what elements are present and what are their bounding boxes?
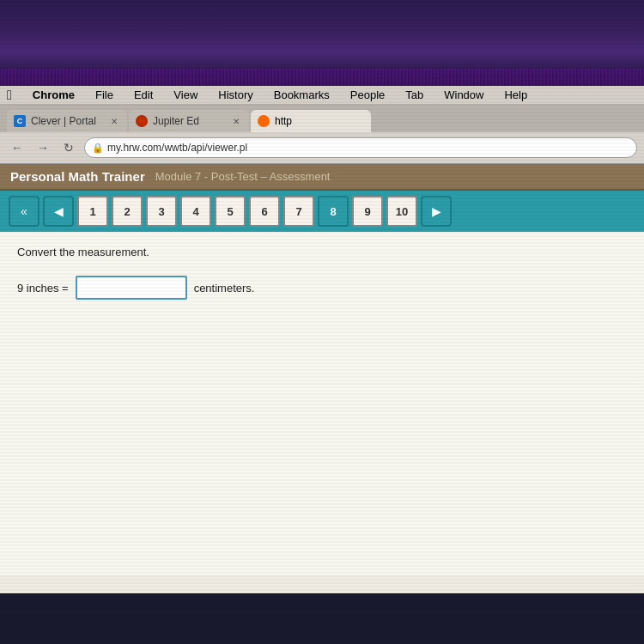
nav-back-button[interactable]: ◀ (43, 196, 74, 227)
question-body: 9 inches = centimeters. (17, 276, 627, 300)
nav-first-button[interactable]: « (9, 196, 39, 227)
forward-button[interactable]: → (33, 137, 53, 158)
question-btn-7[interactable]: 7 (283, 196, 314, 227)
nav-forward-button[interactable]: ▶ (421, 196, 452, 227)
tab-clever-close[interactable]: ✕ (108, 115, 120, 127)
tab-http[interactable]: http (251, 110, 371, 132)
question-btn-10[interactable]: 10 (386, 196, 417, 227)
tab-clever-title: Clever | Portal (31, 115, 103, 127)
tab-http-title: http (275, 115, 364, 127)
question-suffix: centimeters. (194, 282, 255, 295)
menu-chrome[interactable]: Chrome (29, 87, 78, 103)
question-btn-4[interactable]: 4 (180, 196, 211, 227)
address-bar-row: ← → ↻ 🔒 my.hrw.com/wwtb/api/viewer.pl (0, 132, 644, 163)
menu-file[interactable]: File (92, 87, 117, 103)
question-nav-row: « ◀ 1 2 3 4 5 6 7 8 9 10 ▶ (0, 191, 644, 232)
menu-bookmarks[interactable]: Bookmarks (270, 87, 333, 103)
answer-input[interactable] (76, 276, 187, 300)
lock-icon: 🔒 (92, 143, 104, 154)
mac-menu-bar:  Chrome File Edit View History Bookmark… (0, 86, 644, 105)
tab-clever[interactable]: C Clever | Portal ✕ (7, 110, 127, 132)
tab-jupiter[interactable]: Jupiter Ed ✕ (129, 110, 249, 132)
tab-jupiter-close[interactable]: ✕ (230, 115, 242, 127)
http-favicon (258, 115, 270, 127)
question-btn-8[interactable]: 8 (318, 196, 349, 227)
question-btn-6[interactable]: 6 (249, 196, 280, 227)
menu-view[interactable]: View (170, 87, 201, 103)
menu-window[interactable]: Window (440, 87, 487, 103)
browser-chrome: C Clever | Portal ✕ Jupiter Ed ✕ http ← … (0, 105, 644, 164)
tab-jupiter-title: Jupiter Ed (153, 115, 225, 127)
content-area: Personal Math Trainer Module 7 - Post-Te… (0, 164, 644, 593)
question-btn-3[interactable]: 3 (146, 196, 177, 227)
jupiter-favicon (136, 115, 148, 127)
question-btn-2[interactable]: 2 (112, 196, 143, 227)
back-button[interactable]: ← (7, 137, 27, 158)
question-btn-5[interactable]: 5 (215, 196, 246, 227)
pmt-subtitle: Module 7 - Post-Test – Assessment (155, 170, 331, 183)
tab-bar: C Clever | Portal ✕ Jupiter Ed ✕ http (0, 105, 644, 132)
menu-tab[interactable]: Tab (402, 87, 427, 103)
clever-favicon: C (14, 115, 26, 127)
menu-people[interactable]: People (347, 87, 388, 103)
question-btn-9[interactable]: 9 (352, 196, 383, 227)
question-btn-1[interactable]: 1 (77, 196, 108, 227)
reload-button[interactable]: ↻ (58, 137, 79, 158)
menu-help[interactable]: Help (501, 87, 531, 103)
pmt-header: Personal Math Trainer Module 7 - Post-Te… (0, 164, 644, 191)
menu-edit[interactable]: Edit (131, 87, 156, 103)
question-instruction: Convert the measurement. (17, 246, 627, 258)
address-bar[interactable]: 🔒 my.hrw.com/wwtb/api/viewer.pl (84, 137, 637, 158)
url-text: my.hrw.com/wwtb/api/viewer.pl (107, 142, 247, 154)
question-prefix: 9 inches = (17, 282, 69, 295)
menu-history[interactable]: History (215, 87, 256, 103)
screen-bezel (0, 0, 644, 86)
question-area: Convert the measurement. 9 inches = cent… (0, 232, 644, 575)
pmt-title: Personal Math Trainer (10, 169, 145, 184)
